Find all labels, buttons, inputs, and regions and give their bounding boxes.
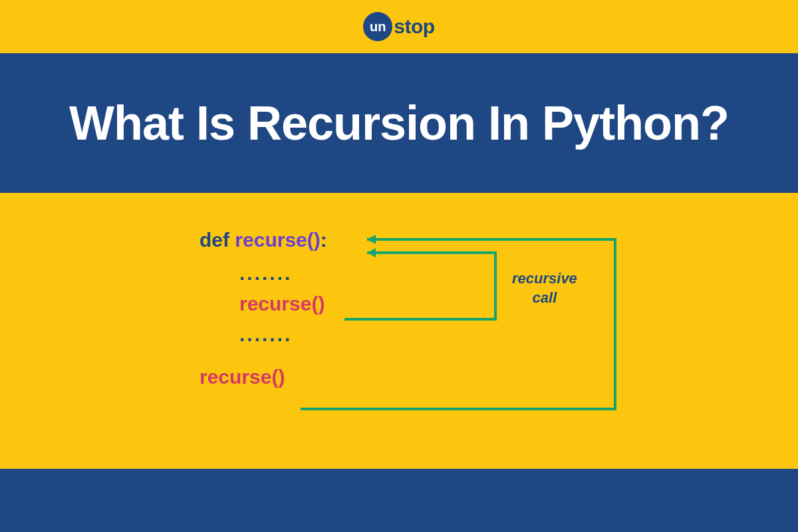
unstop-logo: un stop	[363, 12, 434, 41]
code-diagram-area: def recurse(): ....... recurse() .......…	[0, 193, 798, 469]
logo-text: stop	[394, 15, 434, 38]
logo-circle-text: un	[370, 19, 386, 35]
logo-circle-icon: un	[363, 12, 392, 41]
annotation-line2: call	[512, 289, 577, 308]
ellipsis-2: .......	[239, 323, 327, 346]
outer-function-call: recurse()	[200, 366, 327, 388]
title-bar: What Is Recursion In Python?	[0, 53, 798, 193]
function-parens: ()	[307, 229, 321, 251]
bottom-bar	[0, 469, 798, 532]
code-block: def recurse(): ....... recurse() .......…	[200, 226, 327, 388]
ellipsis-1: .......	[239, 262, 327, 285]
inner-arrowhead-icon	[367, 248, 376, 257]
outer-arrowhead-icon	[367, 235, 376, 244]
def-colon: :	[321, 229, 327, 251]
inner-recursive-call: recurse()	[239, 293, 327, 315]
function-definition-line: def recurse():	[200, 226, 327, 254]
arrow-paths-icon	[0, 193, 798, 469]
def-keyword: def	[200, 229, 229, 251]
outer-arrow-path	[301, 239, 615, 409]
function-name: recurse	[235, 229, 307, 251]
recursive-call-annotation: recursive call	[512, 269, 577, 307]
annotation-line1: recursive	[512, 269, 577, 289]
inner-arrow-path	[344, 253, 495, 319]
page-title: What Is Recursion In Python?	[69, 96, 729, 150]
top-bar: un stop	[0, 0, 798, 53]
